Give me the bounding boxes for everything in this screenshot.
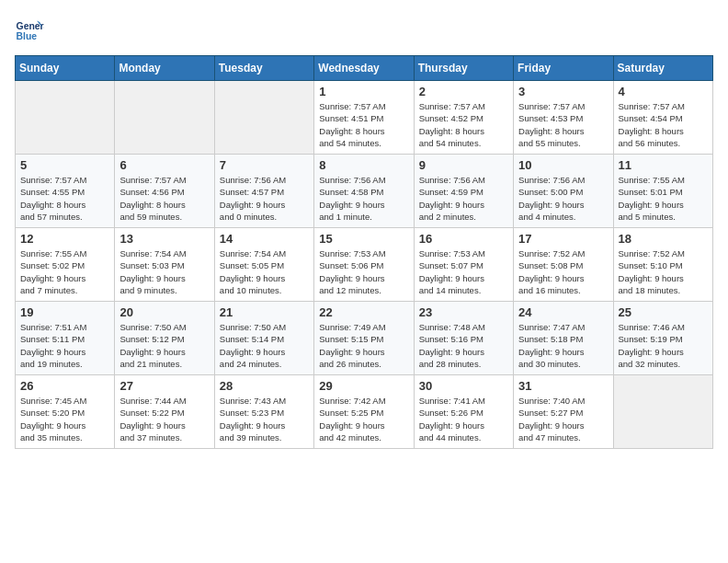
day-number: 27 bbox=[119, 379, 209, 393]
calendar-cell: 22Sunrise: 7:49 AM Sunset: 5:15 PM Dayli… bbox=[314, 302, 414, 375]
calendar-cell: 14Sunrise: 7:54 AM Sunset: 5:05 PM Dayli… bbox=[214, 228, 313, 302]
calendar-cell: 25Sunrise: 7:46 AM Sunset: 5:19 PM Dayli… bbox=[613, 302, 712, 375]
day-detail: Sunrise: 7:43 AM Sunset: 5:23 PM Dayligh… bbox=[220, 395, 309, 443]
calendar-cell: 29Sunrise: 7:42 AM Sunset: 5:25 PM Dayli… bbox=[314, 375, 414, 449]
day-number: 16 bbox=[419, 232, 508, 246]
day-detail: Sunrise: 7:57 AM Sunset: 4:56 PM Dayligh… bbox=[119, 174, 209, 223]
header-cell-thursday: Thursday bbox=[414, 56, 513, 81]
header-row: SundayMondayTuesdayWednesdayThursdayFrid… bbox=[16, 56, 713, 81]
day-detail: Sunrise: 7:41 AM Sunset: 5:26 PM Dayligh… bbox=[419, 395, 508, 443]
calendar-cell: 3Sunrise: 7:57 AM Sunset: 4:53 PM Daylig… bbox=[514, 81, 613, 155]
day-detail: Sunrise: 7:55 AM Sunset: 5:02 PM Dayligh… bbox=[20, 247, 109, 296]
calendar-cell: 23Sunrise: 7:48 AM Sunset: 5:16 PM Dayli… bbox=[414, 302, 513, 375]
header-cell-monday: Monday bbox=[115, 56, 214, 81]
day-number: 7 bbox=[220, 158, 309, 172]
day-number: 11 bbox=[619, 158, 708, 172]
day-number: 2 bbox=[419, 85, 508, 98]
day-number: 19 bbox=[20, 305, 109, 319]
logo-icon: General Blue bbox=[15, 15, 44, 44]
calendar-cell bbox=[613, 375, 712, 449]
day-detail: Sunrise: 7:52 AM Sunset: 5:10 PM Dayligh… bbox=[619, 247, 708, 296]
day-detail: Sunrise: 7:54 AM Sunset: 5:05 PM Dayligh… bbox=[220, 247, 309, 296]
day-number: 25 bbox=[619, 305, 708, 319]
day-number: 20 bbox=[119, 305, 209, 319]
logo: General Blue bbox=[15, 15, 48, 44]
day-number: 1 bbox=[319, 85, 408, 98]
day-number: 23 bbox=[419, 305, 508, 319]
calendar-cell: 9Sunrise: 7:56 AM Sunset: 4:59 PM Daylig… bbox=[414, 155, 513, 228]
calendar-cell bbox=[16, 81, 115, 155]
day-number: 14 bbox=[220, 232, 309, 246]
calendar-cell: 17Sunrise: 7:52 AM Sunset: 5:08 PM Dayli… bbox=[514, 228, 613, 302]
calendar-cell: 12Sunrise: 7:55 AM Sunset: 5:02 PM Dayli… bbox=[16, 228, 115, 302]
calendar-cell: 16Sunrise: 7:53 AM Sunset: 5:07 PM Dayli… bbox=[414, 228, 513, 302]
calendar-cell: 28Sunrise: 7:43 AM Sunset: 5:23 PM Dayli… bbox=[214, 375, 313, 449]
calendar-cell: 27Sunrise: 7:44 AM Sunset: 5:22 PM Dayli… bbox=[115, 375, 214, 449]
calendar-cell: 4Sunrise: 7:57 AM Sunset: 4:54 PM Daylig… bbox=[613, 81, 712, 155]
calendar-cell: 10Sunrise: 7:56 AM Sunset: 5:00 PM Dayli… bbox=[514, 155, 613, 228]
calendar-cell: 18Sunrise: 7:52 AM Sunset: 5:10 PM Dayli… bbox=[613, 228, 712, 302]
calendar-cell: 26Sunrise: 7:45 AM Sunset: 5:20 PM Dayli… bbox=[16, 375, 115, 449]
calendar-body: 1Sunrise: 7:57 AM Sunset: 4:51 PM Daylig… bbox=[16, 81, 713, 449]
header-cell-wednesday: Wednesday bbox=[314, 56, 414, 81]
calendar-table: SundayMondayTuesdayWednesdayThursdayFrid… bbox=[15, 55, 713, 449]
day-detail: Sunrise: 7:51 AM Sunset: 5:11 PM Dayligh… bbox=[20, 321, 109, 370]
calendar-cell bbox=[214, 81, 313, 155]
day-number: 4 bbox=[619, 85, 708, 98]
day-number: 28 bbox=[220, 379, 309, 393]
calendar-cell: 21Sunrise: 7:50 AM Sunset: 5:14 PM Dayli… bbox=[214, 302, 313, 375]
day-number: 6 bbox=[119, 158, 209, 172]
day-detail: Sunrise: 7:40 AM Sunset: 5:27 PM Dayligh… bbox=[518, 395, 608, 443]
svg-text:Blue: Blue bbox=[17, 31, 38, 41]
day-number: 29 bbox=[319, 379, 408, 393]
day-number: 5 bbox=[20, 158, 109, 172]
day-detail: Sunrise: 7:46 AM Sunset: 5:19 PM Dayligh… bbox=[619, 321, 708, 370]
day-number: 21 bbox=[220, 305, 309, 319]
week-row-1: 1Sunrise: 7:57 AM Sunset: 4:51 PM Daylig… bbox=[16, 81, 713, 155]
day-detail: Sunrise: 7:48 AM Sunset: 5:16 PM Dayligh… bbox=[419, 321, 508, 370]
day-number: 15 bbox=[319, 232, 408, 246]
header-cell-friday: Friday bbox=[514, 56, 613, 81]
day-number: 10 bbox=[518, 158, 608, 172]
day-number: 26 bbox=[20, 379, 109, 393]
day-detail: Sunrise: 7:57 AM Sunset: 4:52 PM Dayligh… bbox=[419, 100, 508, 149]
week-row-5: 26Sunrise: 7:45 AM Sunset: 5:20 PM Dayli… bbox=[16, 375, 713, 449]
day-detail: Sunrise: 7:55 AM Sunset: 5:01 PM Dayligh… bbox=[619, 174, 708, 223]
day-number: 8 bbox=[319, 158, 408, 172]
calendar-cell: 15Sunrise: 7:53 AM Sunset: 5:06 PM Dayli… bbox=[314, 228, 414, 302]
day-detail: Sunrise: 7:57 AM Sunset: 4:54 PM Dayligh… bbox=[619, 100, 708, 149]
header-cell-sunday: Sunday bbox=[16, 56, 115, 81]
day-number: 30 bbox=[419, 379, 508, 393]
week-row-2: 5Sunrise: 7:57 AM Sunset: 4:55 PM Daylig… bbox=[16, 155, 713, 228]
day-detail: Sunrise: 7:52 AM Sunset: 5:08 PM Dayligh… bbox=[518, 247, 608, 296]
calendar-cell bbox=[115, 81, 214, 155]
day-number: 22 bbox=[319, 305, 408, 319]
day-detail: Sunrise: 7:56 AM Sunset: 4:58 PM Dayligh… bbox=[319, 174, 408, 223]
calendar-cell: 6Sunrise: 7:57 AM Sunset: 4:56 PM Daylig… bbox=[115, 155, 214, 228]
day-detail: Sunrise: 7:49 AM Sunset: 5:15 PM Dayligh… bbox=[319, 321, 408, 370]
calendar-cell: 2Sunrise: 7:57 AM Sunset: 4:52 PM Daylig… bbox=[414, 81, 513, 155]
day-number: 31 bbox=[518, 379, 608, 393]
calendar-cell: 5Sunrise: 7:57 AM Sunset: 4:55 PM Daylig… bbox=[16, 155, 115, 228]
week-row-4: 19Sunrise: 7:51 AM Sunset: 5:11 PM Dayli… bbox=[16, 302, 713, 375]
day-detail: Sunrise: 7:47 AM Sunset: 5:18 PM Dayligh… bbox=[518, 321, 608, 370]
header: General Blue bbox=[15, 15, 713, 44]
day-detail: Sunrise: 7:50 AM Sunset: 5:14 PM Dayligh… bbox=[220, 321, 309, 370]
day-detail: Sunrise: 7:53 AM Sunset: 5:07 PM Dayligh… bbox=[419, 247, 508, 296]
day-number: 17 bbox=[518, 232, 608, 246]
day-detail: Sunrise: 7:56 AM Sunset: 5:00 PM Dayligh… bbox=[518, 174, 608, 223]
day-detail: Sunrise: 7:57 AM Sunset: 4:51 PM Dayligh… bbox=[319, 100, 408, 149]
calendar-cell: 31Sunrise: 7:40 AM Sunset: 5:27 PM Dayli… bbox=[514, 375, 613, 449]
header-cell-saturday: Saturday bbox=[613, 56, 712, 81]
day-detail: Sunrise: 7:57 AM Sunset: 4:55 PM Dayligh… bbox=[20, 174, 109, 223]
day-detail: Sunrise: 7:54 AM Sunset: 5:03 PM Dayligh… bbox=[119, 247, 209, 296]
day-detail: Sunrise: 7:57 AM Sunset: 4:53 PM Dayligh… bbox=[518, 100, 608, 149]
day-detail: Sunrise: 7:56 AM Sunset: 4:57 PM Dayligh… bbox=[220, 174, 309, 223]
calendar-cell: 20Sunrise: 7:50 AM Sunset: 5:12 PM Dayli… bbox=[115, 302, 214, 375]
day-number: 3 bbox=[518, 85, 608, 98]
week-row-3: 12Sunrise: 7:55 AM Sunset: 5:02 PM Dayli… bbox=[16, 228, 713, 302]
day-number: 13 bbox=[119, 232, 209, 246]
header-cell-tuesday: Tuesday bbox=[214, 56, 313, 81]
calendar-cell: 11Sunrise: 7:55 AM Sunset: 5:01 PM Dayli… bbox=[613, 155, 712, 228]
day-detail: Sunrise: 7:44 AM Sunset: 5:22 PM Dayligh… bbox=[119, 395, 209, 443]
